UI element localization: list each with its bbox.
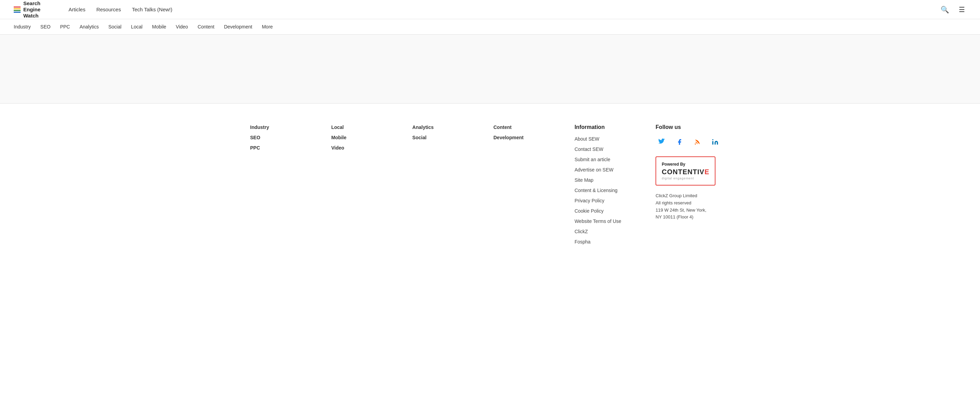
footer-follow-heading: Follow us (655, 124, 730, 130)
footer-link-contact-sew[interactable]: Contact SEW (574, 146, 649, 152)
powered-by-label: Powered By (662, 162, 709, 167)
facebook-icon[interactable] (673, 136, 686, 148)
rss-icon[interactable] (691, 136, 703, 148)
footer-link-site-map[interactable]: Site Map (574, 177, 649, 183)
svg-point-0 (695, 143, 696, 144)
nav-resources[interactable]: Resources (96, 6, 121, 12)
nav-content[interactable]: Content (198, 24, 215, 29)
footer-link-submit-article[interactable]: Submit an article (574, 156, 649, 163)
footer-col-information: Information About SEW Contact SEW Submit… (574, 124, 649, 249)
nav-seo[interactable]: SEO (40, 24, 51, 29)
linkedin-icon[interactable] (709, 136, 721, 148)
nav-video[interactable]: Video (176, 24, 188, 29)
navigation: Search Engine Watch Articles Resources T… (0, 0, 980, 35)
main-content (0, 35, 980, 103)
copyright-block: ClickZ Group Limited All rights reserved… (655, 192, 730, 221)
nav-industry[interactable]: Industry (14, 24, 31, 29)
svg-point-1 (713, 139, 713, 140)
footer-link-cookie-policy[interactable]: Cookie Policy (574, 208, 649, 214)
nav-analytics[interactable]: Analytics (80, 24, 99, 29)
copyright-line2: All rights reserved (655, 200, 730, 207)
footer-link-clickz[interactable]: ClickZ (574, 228, 649, 235)
footer-link-content-licensing[interactable]: Content & Licensing (574, 187, 649, 193)
footer-link-industry[interactable]: Industry (250, 124, 325, 130)
footer-col-2: Local Mobile Video (331, 124, 406, 249)
footer-col-4: Content Development (493, 124, 568, 249)
nav-development[interactable]: Development (224, 24, 253, 29)
nav-bottom: Industry SEO PPC Analytics Social Local … (0, 19, 980, 34)
nav-articles[interactable]: Articles (68, 6, 85, 12)
footer-link-development[interactable]: Development (493, 134, 568, 141)
copyright-line4: NY 10011 (Floor 4) (655, 214, 730, 221)
menu-button[interactable]: ☰ (958, 4, 966, 15)
top-nav-links: Articles Resources Tech Talks (New!) (68, 6, 939, 12)
copyright-line1: ClickZ Group Limited (655, 192, 730, 200)
nav-top-right: 🔍 ☰ (939, 4, 966, 15)
footer-link-advertise[interactable]: Advertise on SEW (574, 167, 649, 173)
footer-link-local[interactable]: Local (331, 124, 406, 130)
footer-link-social[interactable]: Social (412, 134, 487, 141)
footer-link-privacy-policy[interactable]: Privacy Policy (574, 198, 649, 204)
footer-grid: Industry SEO PPC Local Mobile (250, 124, 730, 249)
contentive-sub: digital engagement (662, 177, 709, 180)
footer: Industry SEO PPC Local Mobile (0, 103, 980, 263)
footer-link-video[interactable]: Video (331, 145, 406, 151)
nav-more[interactable]: More (262, 24, 273, 29)
footer-link-mobile[interactable]: Mobile (331, 134, 406, 141)
logo-text: Search Engine Watch (23, 0, 40, 19)
nav-ppc[interactable]: PPC (60, 24, 70, 29)
footer-col-1: Industry SEO PPC (250, 124, 325, 249)
nav-top: Search Engine Watch Articles Resources T… (0, 0, 980, 19)
copyright-line3: 119 W 24th St, New York, (655, 207, 730, 214)
contentive-logo: CONTENTIVE (662, 168, 709, 176)
footer-link-content[interactable]: Content (493, 124, 568, 130)
footer-link-ppc[interactable]: PPC (250, 145, 325, 151)
search-button[interactable]: 🔍 (939, 4, 951, 15)
footer-link-about-sew[interactable]: About SEW (574, 136, 649, 142)
nav-tech-talks[interactable]: Tech Talks (New!) (132, 6, 172, 12)
nav-mobile[interactable]: Mobile (152, 24, 166, 29)
footer-link-website-terms[interactable]: Website Terms of Use (574, 218, 649, 224)
footer-link-fospha[interactable]: Fospha (574, 239, 649, 245)
logo[interactable]: Search Engine Watch (14, 0, 55, 19)
logo-icon (14, 6, 21, 13)
nav-local[interactable]: Local (131, 24, 142, 29)
twitter-icon[interactable] (655, 136, 668, 148)
footer-col-3: Analytics Social (412, 124, 487, 249)
footer-link-analytics[interactable]: Analytics (412, 124, 487, 130)
footer-col-follow: Follow us Powered By CONTENTIVE (655, 124, 730, 249)
footer-link-seo[interactable]: SEO (250, 134, 325, 141)
powered-by-box[interactable]: Powered By CONTENTIVE digital engagement (655, 156, 716, 185)
social-icons (655, 136, 730, 148)
footer-information-heading: Information (574, 124, 649, 130)
nav-social[interactable]: Social (108, 24, 121, 29)
